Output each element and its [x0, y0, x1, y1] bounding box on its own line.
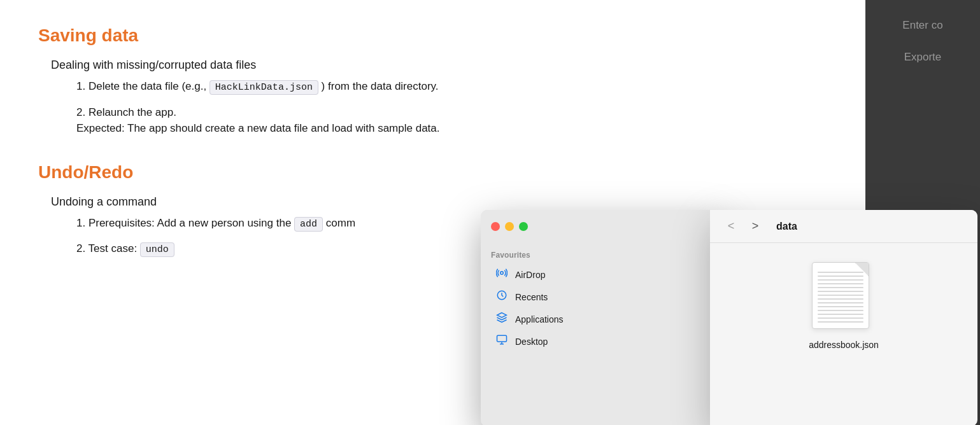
list-item-text: Undoing a command — [51, 195, 157, 208]
file-line — [818, 306, 863, 307]
saving-data-list: Dealing with missing/corrupted data file… — [51, 59, 834, 137]
sidebar-item-applications[interactable]: Applications — [485, 308, 719, 330]
file-line — [818, 302, 863, 303]
sub-item-text-before: 1. Delete the data file (e.g., — [76, 80, 209, 92]
file-line — [818, 314, 863, 315]
svg-rect-2 — [497, 335, 507, 342]
sub-list: 1. Delete the data file (e.g., HackLinkD… — [76, 78, 834, 137]
right-panel-item-2: Exporte — [904, 51, 942, 64]
sidebar-item-recents[interactable]: Recents — [485, 286, 719, 308]
list-item: 2. Relaunch the app.Expected: The app sh… — [76, 104, 834, 137]
file-line — [818, 295, 863, 296]
finder-window: Favourites AirDrop Recents — [481, 210, 723, 425]
forward-button[interactable]: > — [747, 218, 763, 235]
finder-right-header: < > data — [710, 210, 977, 243]
file-line — [818, 279, 863, 281]
airdrop-icon — [495, 267, 509, 282]
sidebar-item-desktop[interactable]: Desktop — [485, 330, 719, 352]
file-line — [818, 298, 863, 300]
recents-icon — [495, 289, 509, 304]
airdrop-label: AirDrop — [515, 270, 545, 280]
back-arrow-icon: < — [728, 219, 735, 233]
inline-code-hacklink: HackLinkData.json — [209, 80, 318, 95]
forward-arrow-icon: > — [752, 219, 759, 233]
sub-item-text: 2. Test case: — [76, 242, 140, 254]
finder-sidebar: Favourites AirDrop Recents — [481, 243, 723, 425]
sub-item-text-before: 1. Prerequisites: Add a new person using… — [76, 217, 294, 229]
file-line — [818, 283, 863, 284]
close-button[interactable] — [491, 222, 500, 231]
right-panel-item-1: Enter co — [902, 19, 942, 32]
sub-item-text-after: ) from the data directory. — [318, 80, 439, 92]
recents-label: Recents — [515, 292, 548, 302]
finder-right-content: addressbook.json — [710, 243, 977, 369]
file-line — [818, 287, 863, 288]
file-line — [818, 317, 863, 319]
file-line — [818, 275, 863, 277]
sub-item-text: 2. Relaunch the app.Expected: The app sh… — [76, 106, 440, 135]
file-line — [818, 310, 863, 311]
maximize-button[interactable] — [519, 222, 528, 231]
saving-data-title: Saving data — [38, 25, 834, 46]
finder-titlebar — [481, 210, 723, 243]
file-icon — [812, 262, 876, 332]
desktop-icon — [495, 334, 509, 349]
file-line — [818, 291, 863, 292]
inline-code-undo: undo — [140, 242, 174, 257]
list-item-text: Dealing with missing/corrupted data file… — [51, 59, 256, 71]
applications-icon — [495, 312, 509, 326]
file-lines — [818, 272, 863, 325]
list-item: Dealing with missing/corrupted data file… — [51, 59, 834, 137]
applications-label: Applications — [515, 314, 564, 324]
sub-item-text-after: comm — [323, 217, 355, 229]
svg-point-0 — [501, 272, 504, 275]
file-line — [818, 321, 863, 323]
finder-right-panel: < > data — [710, 210, 977, 425]
inline-code-add: add — [294, 217, 323, 232]
list-item: 1. Delete the data file (e.g., HackLinkD… — [76, 78, 834, 95]
file-page — [812, 262, 869, 329]
sidebar-item-airdrop[interactable]: AirDrop — [485, 263, 719, 286]
file-name: addressbook.json — [809, 340, 879, 350]
file-line — [818, 272, 863, 273]
path-title: data — [776, 221, 797, 232]
favourites-label: Favourites — [481, 251, 723, 260]
minimize-button[interactable] — [505, 222, 514, 231]
back-button[interactable]: < — [723, 218, 739, 235]
undo-redo-title: Undo/Redo — [38, 162, 834, 183]
desktop-label: Desktop — [515, 337, 548, 347]
